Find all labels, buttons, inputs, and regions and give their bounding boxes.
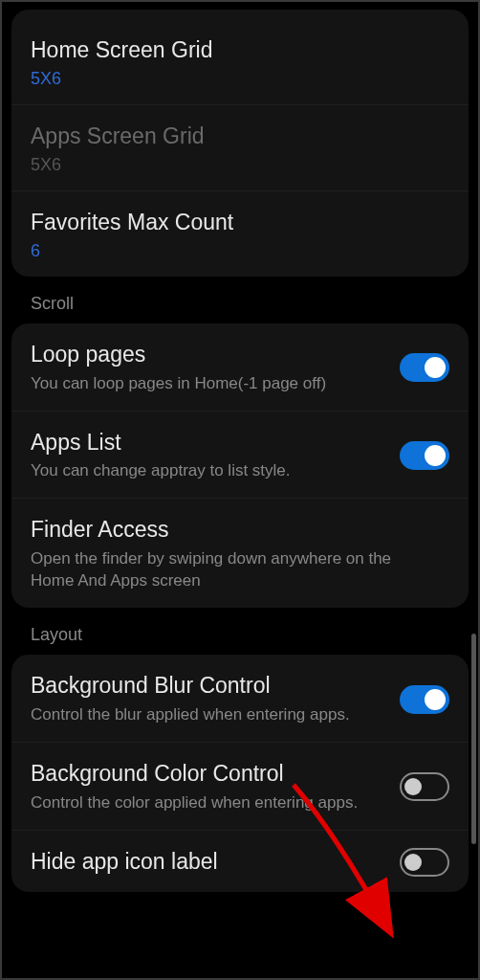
toggle-knob-icon — [404, 778, 422, 795]
apps-list-desc: You can change apptray to list style. — [31, 460, 388, 482]
apps-list-toggle[interactable] — [400, 441, 449, 470]
toggle-knob-icon — [425, 689, 446, 710]
toggle-knob-icon — [425, 445, 446, 466]
apps-list-row[interactable]: Apps List You can change apptray to list… — [11, 412, 469, 500]
home-screen-grid-row[interactable]: Home Screen Grid 5X6 — [11, 19, 469, 105]
grid-settings-card: Home Screen Grid 5X6 Apps Screen Grid 5X… — [11, 10, 469, 277]
toggle-knob-icon — [425, 357, 446, 378]
loop-pages-row[interactable]: Loop pages You can loop pages in Home(-1… — [11, 323, 469, 412]
apps-screen-grid-row: Apps Screen Grid 5X6 — [11, 105, 469, 191]
background-color-row[interactable]: Background Color Control Control the col… — [11, 743, 469, 831]
finder-access-text: Finder Access Open the finder by swiping… — [31, 516, 449, 592]
loop-pages-desc: You can loop pages in Home(-1 page off) — [31, 373, 388, 395]
finder-access-title: Finder Access — [31, 516, 438, 545]
background-color-title: Background Color Control — [31, 760, 388, 789]
apps-list-title: Apps List — [31, 429, 388, 457]
layout-section-header: Layout — [2, 608, 478, 655]
loop-pages-text: Loop pages You can loop pages in Home(-1… — [31, 341, 400, 395]
home-screen-grid-text: Home Screen Grid 5X6 — [31, 36, 449, 89]
background-blur-row[interactable]: Background Blur Control Control the blur… — [11, 655, 469, 743]
apps-screen-grid-text: Apps Screen Grid 5X6 — [31, 122, 449, 175]
home-screen-grid-title: Home Screen Grid — [31, 36, 438, 65]
scroll-section-header: Scroll — [2, 277, 478, 323]
finder-access-row[interactable]: Finder Access Open the finder by swiping… — [11, 499, 469, 608]
home-screen-grid-value: 5X6 — [31, 69, 438, 89]
favorites-max-count-row[interactable]: Favorites Max Count 6 — [11, 191, 469, 277]
favorites-max-count-value: 6 — [31, 241, 438, 261]
hide-app-icon-label-title: Hide app icon label — [31, 848, 388, 877]
finder-access-desc: Open the finder by swiping down anywhere… — [31, 548, 438, 592]
loop-pages-toggle[interactable] — [400, 353, 449, 382]
background-blur-text: Background Blur Control Control the blur… — [31, 672, 400, 726]
loop-pages-title: Loop pages — [31, 341, 388, 369]
apps-list-text: Apps List You can change apptray to list… — [31, 429, 400, 483]
toggle-knob-icon — [404, 854, 422, 871]
background-blur-toggle[interactable] — [400, 685, 449, 714]
background-color-desc: Control the color applied when entering … — [31, 792, 388, 814]
background-blur-title: Background Blur Control — [31, 672, 388, 701]
apps-screen-grid-value: 5X6 — [31, 155, 438, 175]
favorites-max-count-title: Favorites Max Count — [31, 209, 438, 237]
background-blur-desc: Control the blur applied when entering a… — [31, 704, 388, 726]
apps-screen-grid-title: Apps Screen Grid — [31, 122, 438, 151]
background-color-text: Background Color Control Control the col… — [31, 760, 400, 814]
background-color-toggle[interactable] — [400, 772, 449, 801]
layout-settings-card: Background Blur Control Control the blur… — [11, 655, 469, 892]
hide-app-icon-label-row[interactable]: Hide app icon label — [11, 831, 469, 892]
scroll-settings-card: Loop pages You can loop pages in Home(-1… — [11, 323, 469, 608]
scrollbar[interactable] — [471, 634, 476, 844]
hide-app-icon-label-toggle[interactable] — [400, 848, 449, 877]
hide-app-icon-label-text: Hide app icon label — [31, 848, 400, 877]
favorites-max-count-text: Favorites Max Count 6 — [31, 209, 449, 261]
